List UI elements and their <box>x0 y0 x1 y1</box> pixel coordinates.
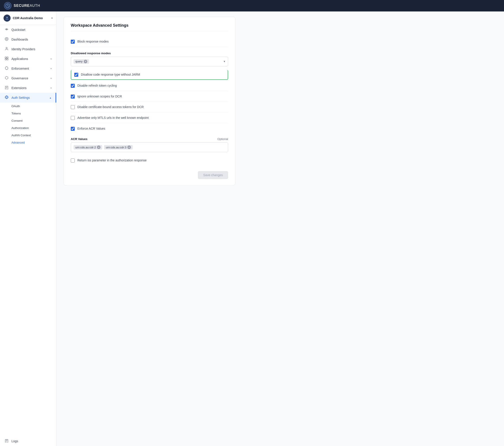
nav-quickstart-label: Quickstart <box>11 28 25 32</box>
setting-ignore-unknown-scopes: Ignore unknown scopes for DCR <box>71 91 228 102</box>
nav-sub-advanced-label: Advanced <box>11 141 25 144</box>
nav-sub-oauth-label: OAuth <box>11 105 20 108</box>
identity-providers-icon <box>4 47 9 51</box>
nav-applications[interactable]: Applications ▾ <box>0 54 56 64</box>
app-name: SECUREAUTH <box>14 4 40 8</box>
workspace-chevron-icon: ▾ <box>51 17 53 20</box>
disallowed-response-modes-input[interactable]: query ✕ ▾ <box>71 57 228 66</box>
extensions-icon <box>4 86 9 90</box>
block-response-modes-checkbox[interactable] <box>71 40 75 44</box>
nav-sub-authorization[interactable]: Authorization <box>0 124 56 132</box>
nav-quickstart[interactable]: Quickstart <box>0 25 56 35</box>
nav-enforcement-label: Enforcement <box>11 67 29 70</box>
dropdown-chevron-icon: ▾ <box>224 60 225 63</box>
enforcement-icon <box>4 66 9 71</box>
tag-acr-2-remove[interactable]: ✕ <box>97 146 101 149</box>
nav-logs[interactable]: Logs <box>0 436 56 446</box>
nav-applications-label: Applications <box>11 57 28 61</box>
ignore-unknown-scopes-checkbox[interactable] <box>71 94 75 98</box>
svg-point-4 <box>5 37 8 40</box>
svg-point-5 <box>6 38 7 40</box>
svg-rect-9 <box>5 59 6 60</box>
workspace-selector[interactable]: CDR Australia Demo ▾ <box>0 11 56 25</box>
acr-values-header: ACR Values Optional <box>71 137 228 141</box>
nav-sub-consent[interactable]: Consent <box>0 117 56 124</box>
return-iss-label: Return iss parameter in the authorizatio… <box>77 158 146 163</box>
governance-chevron-icon: ▾ <box>51 77 52 80</box>
dashboards-icon <box>4 37 9 42</box>
nav-governance-label: Governance <box>11 76 28 80</box>
svg-rect-8 <box>7 57 8 58</box>
top-bar: SECUREAUTH <box>0 0 504 11</box>
disable-cert-bound-checkbox[interactable] <box>71 105 75 109</box>
nav-logs-label: Logs <box>11 439 18 443</box>
setting-advertise-mtls: Advertise only MTLS urls in the well kno… <box>71 112 228 123</box>
tag-acr-2: urn:cds.au:cdr:2 ✕ <box>74 145 102 149</box>
nav-sub-tokens[interactable]: Tokens <box>0 110 56 117</box>
return-iss-checkbox[interactable] <box>71 159 75 163</box>
acr-values-label: ACR Values <box>71 137 88 141</box>
nav-sub-authn-context[interactable]: AuthN Context <box>0 132 56 139</box>
disallow-code-response-checkbox[interactable] <box>74 73 78 77</box>
disable-refresh-token-checkbox[interactable] <box>71 84 75 88</box>
svg-rect-18 <box>5 439 8 443</box>
sidebar: CDR Australia Demo ▾ Quickstart Dashboar… <box>0 11 56 446</box>
nav-identity-providers-label: Identity Providers <box>11 47 35 51</box>
auth-settings-icon <box>4 95 9 100</box>
nav-auth-settings[interactable]: Auth Settings ▴ <box>0 93 56 103</box>
save-area: Save changes <box>71 171 228 179</box>
enforce-acr-checkbox[interactable] <box>71 127 75 131</box>
nav-sub-tokens-label: Tokens <box>11 112 21 115</box>
content-area: Workspace Advanced Settings Block respon… <box>56 11 504 446</box>
nav-sub-consent-label: Consent <box>11 119 22 122</box>
nav-identity-providers[interactable]: Identity Providers <box>0 44 56 54</box>
nav-dashboards-label: Dashboards <box>11 38 28 41</box>
nav-governance[interactable]: Governance ▾ <box>0 74 56 83</box>
acr-values-optional: Optional <box>217 137 228 141</box>
setting-disable-refresh-token: Disable refresh token cycling <box>71 80 228 91</box>
setting-return-iss: Return iss parameter in the authorizatio… <box>71 155 228 166</box>
svg-point-2 <box>6 17 8 18</box>
applications-icon <box>4 57 9 61</box>
ignore-unknown-scopes-label: Ignore unknown scopes for DCR <box>77 94 122 99</box>
svg-rect-7 <box>5 57 6 58</box>
workspace-icon <box>3 15 11 22</box>
svg-point-17 <box>6 97 7 98</box>
logo-area: SECUREAUTH <box>4 2 40 9</box>
setting-disable-cert-bound: Disable certificate-bound access tokens … <box>71 102 228 112</box>
setting-disallow-code-response: Disallow code response type without JARM <box>71 70 228 80</box>
nav-extensions[interactable]: Extensions ▾ <box>0 83 56 93</box>
nav-sub-authorization-label: Authorization <box>11 126 29 130</box>
nav-sub-oauth[interactable]: OAuth <box>0 103 56 110</box>
tag-query: query ✕ <box>74 59 89 64</box>
svg-point-6 <box>6 47 7 49</box>
settings-card: Workspace Advanced Settings Block respon… <box>63 17 235 186</box>
nav-dashboards[interactable]: Dashboards <box>0 35 56 44</box>
disable-cert-bound-label: Disable certificate-bound access tokens … <box>77 105 144 109</box>
logs-icon <box>4 439 9 443</box>
acr-values-input[interactable]: urn:cds.au:cdr:2 ✕ urn:cds.au:cdr:3 ✕ <box>71 142 228 152</box>
disallow-code-response-label: Disallow code response type without JARM <box>81 73 140 77</box>
auth-settings-chevron-icon: ▴ <box>50 96 51 99</box>
logo-icon <box>4 2 11 9</box>
advertise-mtls-checkbox[interactable] <box>71 116 75 120</box>
tag-query-remove[interactable]: ✕ <box>84 60 87 63</box>
setting-enforce-acr: Enforce ACR Values <box>71 123 228 134</box>
nav-sub-authn-context-label: AuthN Context <box>11 134 31 137</box>
nav-enforcement[interactable]: Enforcement ▾ <box>0 64 56 74</box>
save-button[interactable]: Save changes <box>198 171 228 179</box>
disable-refresh-token-label: Disable refresh token cycling <box>77 84 117 88</box>
nav-extensions-label: Extensions <box>11 86 26 90</box>
governance-icon <box>4 76 9 80</box>
advertise-mtls-label: Advertise only MTLS urls in the well kno… <box>77 116 149 120</box>
setting-block-response-modes: Block response modes <box>71 36 228 47</box>
tag-acr-3-remove[interactable]: ✕ <box>127 146 131 149</box>
applications-chevron-icon: ▾ <box>51 57 52 60</box>
svg-point-3 <box>6 29 7 30</box>
svg-rect-10 <box>7 59 8 60</box>
workspace-name: CDR Australia Demo <box>13 16 49 20</box>
tag-acr-3: urn:cds.au:cdr:3 ✕ <box>104 145 133 149</box>
nav-sub-advanced[interactable]: Advanced <box>0 139 56 146</box>
enforce-acr-label: Enforce ACR Values <box>77 127 105 131</box>
extensions-chevron-icon: ▾ <box>51 87 52 90</box>
